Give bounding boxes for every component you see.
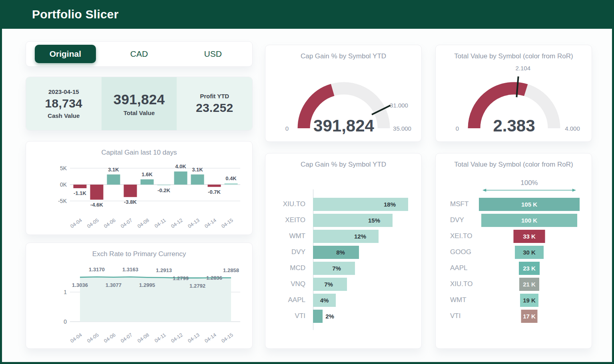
capital-gain-title: Capital Gain last 10 days: [26, 149, 252, 157]
bar-04-12[interactable]: [174, 171, 187, 185]
row-label-XEI.TO: XEI.TO: [450, 232, 482, 240]
hbar-row-MCD: MCD7%: [265, 260, 421, 276]
bar-04-14[interactable]: [208, 185, 221, 187]
app-title: Portfolio Slicer: [32, 8, 119, 21]
kpi-date: 2023-04-15: [48, 88, 79, 95]
gauge-target-label: 31.000: [390, 102, 408, 109]
row-label-MSFT: MSFT: [450, 200, 482, 208]
gauge-value: 2.383: [493, 116, 535, 135]
hbar-row-DVY: DVY100 K: [436, 212, 592, 228]
y-tick-label: -5K: [58, 198, 67, 204]
total-value-gauge: 2.10404.0002.383: [436, 60, 592, 144]
hbar-row-VNQ: VNQ7%: [265, 276, 421, 292]
gauge-svg: 31.000035.000391,824: [265, 60, 422, 142]
bar-area: 21 K: [482, 278, 576, 291]
x-tick-label: 04-11: [154, 217, 167, 229]
toggle-option-cad-label[interactable]: CAD: [130, 49, 148, 59]
hbar-row-AAPL: AAPL23 K: [436, 260, 592, 276]
bar-value-label: 7%: [332, 265, 341, 272]
bar-value-label: 30 K: [523, 249, 536, 256]
bar-VTI[interactable]: 17 K: [521, 310, 538, 323]
bar-XEITO[interactable]: [313, 214, 393, 227]
x-tick-label: 04-05: [86, 217, 100, 229]
bar-value-label: -4.6K: [90, 202, 103, 208]
bar-value-label: 105 K: [521, 201, 537, 208]
row-label-AAPL: AAPL: [265, 296, 305, 304]
hbar-row-GOOG: GOOG30 K: [436, 244, 592, 260]
gauge-value: 391,824: [313, 116, 374, 135]
bar-value-label: -0.2K: [157, 187, 170, 193]
row-label-XEITO: XEITO: [265, 216, 305, 224]
bar-04-04[interactable]: [74, 185, 87, 188]
x-tick-label: 04-15: [220, 332, 234, 344]
cap-gain-by-symbol-title: Cap Gain % by Symbol YTD: [265, 161, 421, 169]
toggle-option-cad[interactable]: CAD: [102, 44, 176, 64]
kpi-profit-ytd-label: Profit YTD: [200, 93, 229, 99]
bar-value-label: -3.8K: [124, 199, 137, 205]
percent-scale-label: 100%: [482, 179, 576, 187]
bar-DVY[interactable]: 100 K: [481, 214, 577, 227]
bar-value-label: 4%: [320, 297, 329, 304]
cap-gain-by-symbol-card: Cap Gain % by Symbol YTD XIU.TO18%XEITO1…: [265, 153, 422, 349]
row-label-DVY: DVY: [450, 216, 482, 224]
bar-XEI.TO[interactable]: 33 K: [514, 230, 545, 243]
toggle-option-usd-label[interactable]: USD: [204, 49, 222, 59]
cap-gain-gauge: 31.000035.000391,824: [265, 60, 422, 144]
bar-area: 19 K: [482, 294, 576, 307]
x-tick-label: 04-08: [136, 217, 150, 229]
toggle-option-original-label[interactable]: Original: [35, 45, 96, 63]
bar-AAPL[interactable]: 23 K: [519, 262, 540, 275]
y-tick-label: 1: [64, 289, 67, 295]
toggle-option-usd[interactable]: USD: [176, 44, 250, 64]
gauge-target-label: 2.104: [515, 65, 530, 72]
bar-04-05[interactable]: [90, 185, 104, 200]
x-tick-label: 04-12: [170, 332, 183, 344]
point-value-label: 1.3170: [89, 267, 105, 273]
bar-value-label: 100 K: [521, 217, 537, 224]
row-label-XIU.TO: XIU.TO: [265, 200, 305, 208]
hbar-row-XEITO: XEITO15%: [265, 212, 421, 228]
area-fill: [80, 277, 231, 322]
point-value-label: 1.2995: [139, 282, 155, 288]
point-value-label: 1.2836: [206, 275, 222, 281]
x-tick-label: 04-13: [187, 217, 200, 229]
bar-WMT[interactable]: 19 K: [520, 294, 538, 307]
bar-04-07[interactable]: [124, 185, 137, 197]
bar-04-15[interactable]: [225, 183, 238, 185]
bar-value-label: 4.0K: [175, 163, 186, 169]
hbar-row-VTI: VTI2%: [265, 308, 421, 324]
bar-VTI[interactable]: [313, 310, 323, 323]
hbar-row-WMT: WMT19 K: [436, 292, 592, 308]
bar-04-13[interactable]: [191, 175, 204, 185]
cap-gain-gauge-title: Cap Gain % by Symbol YTD: [265, 52, 421, 60]
bar-WMT[interactable]: [313, 230, 379, 243]
bar-XIU.TO[interactable]: 21 K: [519, 278, 539, 291]
bar-area: 18%: [313, 198, 421, 211]
gauge-min-label: 0: [285, 125, 289, 132]
bar-value-label: 17 K: [523, 313, 536, 320]
total-value-by-symbol-card: Total Value by Symbol (color from RoR) 1…: [435, 153, 592, 349]
bar-MSFT[interactable]: 105 K: [479, 198, 580, 211]
exch-rate-card: Exch Rate to Primary Currency 101.303604…: [26, 243, 253, 349]
bar-GOOG[interactable]: 30 K: [515, 246, 544, 259]
gauge-min-label: 0: [456, 125, 459, 132]
toggle-option-original[interactable]: Original: [28, 44, 102, 64]
total-value-by-symbol-title: Total Value by Symbol (color from RoR): [436, 161, 592, 169]
bar-04-06[interactable]: [107, 175, 120, 185]
bar-area: 8%: [313, 246, 421, 259]
kpi-total-value: 391,824 Total Value: [102, 77, 177, 130]
total-value-gauge-card: Total Value by Symbol (color from RoR) 2…: [435, 45, 592, 142]
bar-area: 15%: [313, 214, 421, 227]
point-value-label: 1.2913: [156, 267, 172, 273]
bar-area: 105 K: [482, 198, 576, 211]
bar-04-08[interactable]: [141, 179, 154, 185]
bar-area: 2%: [313, 310, 421, 323]
percent-scale: 100%: [482, 179, 576, 193]
kpi-cash-value: 2023-04-15 18,734 Cash Value: [26, 77, 102, 130]
row-label-MCD: MCD: [265, 264, 305, 272]
x-tick-label: 04-06: [103, 217, 116, 229]
x-tick-label: 04-11: [154, 332, 167, 344]
x-tick-label: 04-14: [203, 332, 217, 344]
bar-04-11[interactable]: [157, 185, 171, 185]
capital-gain-chart: 5K0K-5K-1.1K04-04-4.6K04-053.1K04-06-3.8…: [32, 159, 247, 237]
